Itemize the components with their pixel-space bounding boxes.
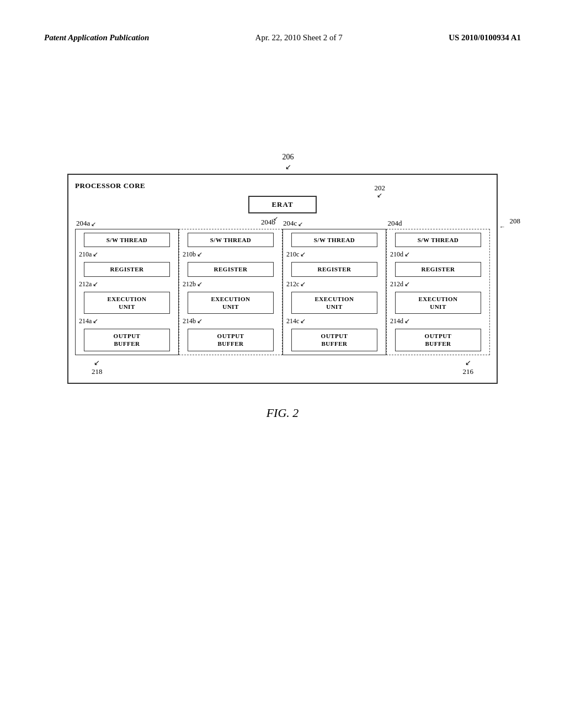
sw-thread-a-box: S/W THREAD [84,233,170,247]
processor-core-box: PROCESSOR CORE 202 ↙ ERAT 204a ↙ [67,174,498,384]
execution-unit-d-box: EXECUTIONUNIT [395,292,482,314]
ref-214c-arrow: ↙ [300,317,306,325]
header-left: Patent Application Publication [44,33,149,42]
ref-212a-arrow: ↙ [93,280,98,288]
ref-204a-container: 204a ↙ [75,219,179,228]
ref-210d-label: 210d [390,250,403,259]
threads-columns: S/W THREAD 210a ↙ REGISTER 212a ↙ [75,229,490,355]
ref-216-container: ↙ 216 [463,358,474,376]
ref-218-label: 218 [92,367,103,376]
ref-202-arrow: ↙ [377,191,382,200]
ref-212a-container: 212a ↙ [79,280,98,288]
ref-204b-arrow: ↙ [273,215,278,222]
thread-col-a: S/W THREAD 210a ↙ REGISTER 212a ↙ [75,229,179,355]
ref-214c-container: 214c ↙ [286,317,306,325]
ref-210b-container: 210b ↙ [183,250,202,259]
ref-214c-label: 214c [286,317,299,325]
ref-210b-label: 210b [183,250,196,259]
ref-210a-container: 210a ↙ [79,250,98,259]
ref-214b-arrow: ↙ [197,317,202,325]
ref-204b-container: 204b ↙ [179,219,281,228]
ref-206-arrow: ↙ [285,163,291,172]
ref-210d-arrow: ↙ [404,250,410,259]
register-a-box: REGISTER [84,262,170,276]
erat-box: ERAT [248,196,316,213]
ref-216-arrow: ↙ [465,358,471,367]
ref-210c-container: 210c ↙ [286,250,306,259]
sw-thread-c-box: S/W THREAD [291,233,378,247]
thread-col-c: S/W THREAD 210c ↙ REGISTER 212c ↙ EXECUT… [282,229,386,355]
ref-214b-label: 214b [183,317,196,325]
execution-unit-a-box: EXECUTIONUNIT [84,292,170,314]
ref-204a-label: 204a [76,219,90,228]
output-buffer-b-box: OUTPUTBUFFER [188,329,274,351]
ref-214a-label: 214a [79,317,92,325]
ref-218-container: ↙ 218 [92,358,103,376]
output-buffer-c-box: OUTPUTBUFFER [291,329,378,351]
ref-210c-label: 210c [286,250,299,259]
ref-212d-label: 212d [390,280,403,288]
ref-214d-label: 214d [390,317,403,325]
erat-row: 202 ↙ ERAT [75,196,490,213]
sw-thread-d-box: S/W THREAD [395,233,482,247]
thread-col-d: S/W THREAD 210d ↙ REGISTER 212d ↙ EXECUT… [386,229,490,355]
ref-204d-container: 204d 208 ← [386,219,491,228]
ref-204c-container: 204c ↙ [281,219,386,228]
register-c-box: REGISTER [291,262,378,276]
sw-thread-b-box: S/W THREAD [188,233,274,247]
ref-208-arrow: ← [499,223,505,230]
ref-212c-label: 212c [286,280,299,288]
bottom-refs: ↙ 218 ↙ 216 [75,358,490,376]
ref-204c-arrow: ↙ [298,221,303,228]
processor-core-label: PROCESSOR CORE [75,181,490,190]
thread-col-b: S/W THREAD 210b ↙ REGISTER 212b ↙ EXECUT… [179,229,282,355]
ref-210a-arrow: ↙ [93,250,98,259]
page-header: Patent Application Publication Apr. 22, … [44,33,521,42]
execution-unit-c-box: EXECUTIONUNIT [291,292,378,314]
page: Patent Application Publication Apr. 22, … [0,0,565,728]
ref-212c-container: 212c ↙ [286,280,306,288]
ref-210b-arrow: ↙ [197,250,202,259]
header-right: US 2010/0100934 A1 [449,33,521,42]
ref-206-label: 206 [282,153,294,162]
ref-210c-arrow: ↙ [300,250,306,259]
ref-210d-container: 210d ↙ [390,250,410,259]
execution-unit-b-box: EXECUTIONUNIT [188,292,274,314]
ref-210a-label: 210a [79,250,92,259]
thread-refs-row: 204a ↙ 204b ↙ 204c ↙ 204d 208 ← [75,219,490,228]
output-buffer-a-box: OUTPUTBUFFER [84,329,170,351]
register-b-box: REGISTER [188,262,274,276]
ref-216-label: 216 [463,367,474,376]
header-center: Apr. 22, 2010 Sheet 2 of 7 [255,33,343,42]
ref-212d-arrow: ↙ [404,280,410,288]
ref-212d-container: 212d ↙ [390,280,410,288]
ref-204a-arrow: ↙ [91,221,96,228]
output-buffer-d-box: OUTPUTBUFFER [395,329,482,351]
figure-label: FIG. 2 [266,406,299,420]
ref-208-label: 208 [510,217,521,226]
ref-214a-container: 214a ↙ [79,317,98,325]
ref-212a-label: 212a [79,280,92,288]
ref-218-arrow: ↙ [94,358,100,367]
ref-212b-arrow: ↙ [197,280,202,288]
ref-212c-arrow: ↙ [300,280,306,288]
ref-212b-container: 212b ↙ [183,280,202,288]
ref-214b-container: 214b ↙ [183,317,202,325]
sw-thread-a-container: S/W THREAD [79,233,175,247]
ref-214d-container: 214d ↙ [390,317,410,325]
register-d-box: REGISTER [395,262,482,276]
ref-214a-arrow: ↙ [93,317,98,325]
ref-204d-label: 204d [388,219,402,228]
ref-214d-arrow: ↙ [404,317,410,325]
ref-204c-label: 204c [283,219,297,228]
ref-212b-label: 212b [183,280,196,288]
